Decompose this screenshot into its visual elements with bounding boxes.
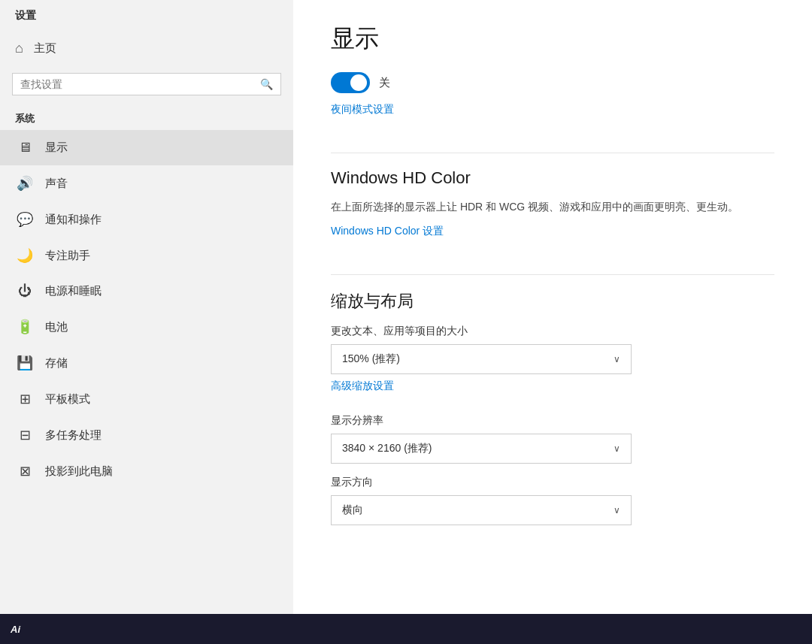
sidebar-item-focus[interactable]: 🌙 专注助手: [0, 237, 293, 274]
scale-dropdown[interactable]: 150% (推荐) ∨: [331, 344, 632, 374]
search-input[interactable]: [20, 78, 260, 90]
multitask-icon: ⊟: [15, 427, 35, 443]
sidebar-header: 设置: [0, 0, 293, 30]
sidebar-item-tablet[interactable]: ⊞ 平板模式: [0, 381, 293, 417]
home-icon: ⌂: [15, 41, 23, 56]
night-mode-toggle-row: 关: [331, 72, 774, 93]
divider-2: [331, 274, 774, 275]
hd-color-settings-link[interactable]: Windows HD Color 设置: [331, 225, 444, 238]
nav-label-display: 显示: [45, 141, 68, 155]
nav-label-notifications: 通知和操作: [45, 213, 102, 227]
display-icon: 🖥: [15, 140, 35, 156]
sidebar-item-power[interactable]: ⏻ 电源和睡眠: [0, 274, 293, 309]
sound-icon: 🔊: [15, 175, 35, 192]
taskbar-ai-label[interactable]: Ai: [0, 624, 31, 635]
nav-label-project: 投影到此电脑: [45, 464, 113, 479]
taskbar: Ai: [0, 614, 812, 644]
advanced-scale-link[interactable]: 高级缩放设置: [331, 379, 394, 393]
main-content: 显示 关 夜间模式设置 Windows HD Color 在上面所选择的显示器上…: [293, 0, 812, 644]
nav-label-tablet: 平板模式: [45, 392, 90, 407]
search-box: 🔍: [12, 73, 281, 95]
power-icon: ⏻: [15, 283, 35, 299]
hd-color-title: Windows HD Color: [331, 168, 774, 188]
sidebar-item-display[interactable]: 🖥 显示: [0, 130, 293, 165]
night-mode-toggle[interactable]: [331, 72, 370, 93]
orientation-chevron-icon: ∨: [614, 505, 620, 516]
sidebar: 设置 ⌂ 主页 🔍 系统 🖥 显示 🔊 声音 💬 通知和操作 🌙 专注助手 ⏻ …: [0, 0, 293, 644]
resolution-dropdown[interactable]: 3840 × 2160 (推荐) ∨: [331, 434, 632, 464]
storage-icon: 💾: [15, 355, 35, 371]
scale-chevron-icon: ∨: [614, 354, 620, 364]
notifications-icon: 💬: [15, 211, 35, 228]
project-icon: ⊠: [15, 463, 35, 479]
nav-label-power: 电源和睡眠: [45, 284, 102, 298]
sidebar-home-label: 主页: [34, 41, 56, 56]
hd-color-description: 在上面所选择的显示器上让 HDR 和 WCG 视频、游戏和应用中的画面更明亮、更…: [331, 198, 774, 215]
nav-label-multitask: 多任务处理: [45, 428, 102, 443]
search-container: 🔍: [0, 67, 293, 104]
nav-label-sound: 声音: [45, 177, 68, 191]
sidebar-item-home[interactable]: ⌂ 主页: [0, 30, 293, 67]
sidebar-item-notifications[interactable]: 💬 通知和操作: [0, 201, 293, 237]
nav-label-battery: 电池: [45, 320, 68, 334]
orientation-dropdown[interactable]: 横向 ∨: [331, 495, 632, 525]
battery-icon: 🔋: [15, 319, 35, 335]
sidebar-item-sound[interactable]: 🔊 声音: [0, 165, 293, 201]
resolution-field-label: 显示分辨率: [331, 414, 774, 428]
scale-dropdown-value: 150% (推荐): [342, 352, 400, 366]
resolution-dropdown-value: 3840 × 2160 (推荐): [342, 442, 432, 455]
toggle-off-label: 关: [379, 76, 390, 90]
scale-section-title: 缩放与布局: [331, 290, 774, 313]
nav-label-storage: 存储: [45, 356, 68, 370]
sidebar-item-project[interactable]: ⊠ 投影到此电脑: [0, 453, 293, 489]
orientation-field-label: 显示方向: [331, 476, 774, 489]
sidebar-item-storage[interactable]: 💾 存储: [0, 345, 293, 381]
page-title: 显示: [331, 23, 774, 56]
orientation-dropdown-value: 横向: [342, 503, 363, 517]
tablet-icon: ⊞: [15, 391, 35, 407]
resolution-chevron-icon: ∨: [614, 443, 620, 454]
search-icon: 🔍: [260, 78, 273, 90]
section-label-system: 系统: [0, 104, 293, 130]
toggle-knob: [350, 74, 367, 91]
sidebar-item-battery[interactable]: 🔋 电池: [0, 309, 293, 345]
divider-1: [331, 153, 774, 153]
night-mode-settings-link[interactable]: 夜间模式设置: [331, 103, 394, 116]
focus-icon: 🌙: [15, 247, 35, 264]
nav-label-focus: 专注助手: [45, 249, 90, 263]
scale-field-label: 更改文本、应用等项目的大小: [331, 325, 774, 338]
sidebar-item-multitask[interactable]: ⊟ 多任务处理: [0, 417, 293, 453]
